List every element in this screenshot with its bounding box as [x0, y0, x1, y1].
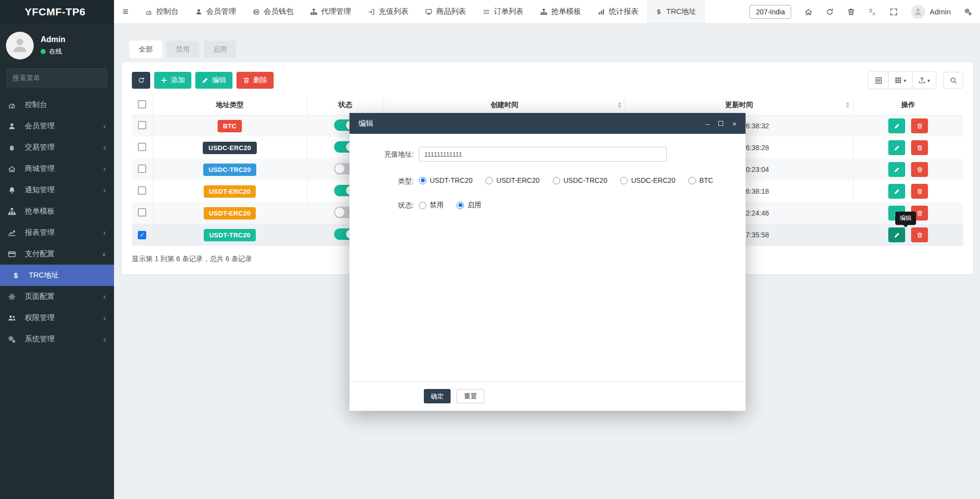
nav-item-dashboard[interactable]: 控制台: [137, 0, 187, 23]
bitcoin-icon: [8, 144, 20, 152]
row-checkbox[interactable]: [138, 143, 146, 151]
nav-item-label: TRC地址: [666, 7, 696, 16]
online-dot-icon: [41, 49, 46, 54]
row-checkbox[interactable]: [138, 121, 146, 129]
type-option-usdt-erc20[interactable]: USDT-ERC20: [485, 176, 539, 184]
maximize-icon[interactable]: [718, 121, 723, 126]
nav-item-stats-report[interactable]: 统计报表: [589, 0, 647, 23]
deposit-address-input[interactable]: [419, 147, 667, 162]
status-option-enabled[interactable]: 启用: [457, 201, 481, 210]
hamburger-menu-icon[interactable]: ≡: [114, 0, 137, 23]
nav-item-member-wallet[interactable]: 会员钱包: [244, 0, 302, 23]
fullscreen-icon[interactable]: [890, 8, 898, 16]
tab-enabled[interactable]: 启用: [204, 41, 236, 58]
dollar-icon: [655, 8, 662, 15]
reset-button[interactable]: 重置: [457, 389, 484, 403]
settings-gears-icon[interactable]: [964, 8, 972, 16]
sidebar-item-payment-config[interactable]: 支付配置 ∨: [0, 243, 114, 265]
refresh-icon[interactable]: [826, 8, 834, 16]
nav-item-product-list[interactable]: 商品列表: [417, 0, 474, 23]
sidebar-item-trc-address[interactable]: TRC地址: [0, 265, 114, 286]
modal-body: 充值地址: 类型: USDT-TRC20 USDT-ERC20 USDC-TRC…: [349, 134, 746, 210]
edit-modal: 编辑 – × 充值地址: 类型: USDT-TRC20 USDT-ERC20 U…: [349, 113, 746, 411]
chevron-icon: ∨: [102, 251, 106, 257]
monitor-icon: [425, 8, 432, 15]
row-checkbox[interactable]: ✓: [138, 231, 146, 239]
sidebar-item-order-grab-template[interactable]: 抢单模板: [0, 201, 114, 222]
sidebar-item-report-mgmt[interactable]: 报表管理 ‹: [0, 222, 114, 243]
chevron-icon: ‹: [103, 143, 106, 152]
address-type-badge: USDT-ERC20: [204, 185, 256, 198]
edit-button[interactable]: 编辑: [195, 72, 232, 89]
row-delete-button[interactable]: [911, 118, 928, 133]
trash-icon[interactable]: [847, 8, 855, 16]
region-button[interactable]: 207-India: [749, 5, 791, 19]
nav-item-grab-template[interactable]: 抢单模板: [532, 0, 589, 23]
sidebar-item-trade-mgmt[interactable]: 交易管理 ‹: [0, 137, 114, 158]
row-delete-button[interactable]: [911, 162, 928, 177]
nav-item-label: 抢单模板: [551, 7, 581, 16]
columns-button[interactable]: ▾: [888, 72, 912, 89]
sidebar-item-notice-mgmt[interactable]: 通知管理 ‹: [0, 179, 114, 201]
table-search-button[interactable]: [943, 72, 963, 89]
type-option-usdc-erc20[interactable]: USDC-ERC20: [620, 176, 675, 184]
status-radio-group: 禁用 启用: [419, 198, 481, 210]
sidebar-item-mall-mgmt[interactable]: 商城管理 ‹: [0, 158, 114, 179]
address-type-badge: BTC: [218, 120, 242, 132]
sidebar-item-dashboard[interactable]: 控制台: [0, 94, 114, 115]
modal-header[interactable]: 编辑 – ×: [349, 113, 746, 134]
close-icon[interactable]: ×: [732, 120, 737, 127]
nav-item-label: 商品列表: [436, 7, 466, 16]
nav-item-order-list[interactable]: 订单列表: [474, 0, 532, 23]
refresh-button[interactable]: [132, 72, 150, 89]
header-updated[interactable]: 更新时间: [625, 95, 853, 115]
type-option-usdt-trc20[interactable]: USDT-TRC20: [419, 176, 472, 184]
header-created[interactable]: 创建时间: [384, 95, 625, 115]
sidebar-item-label: 支付配置: [25, 249, 102, 259]
gears-icon: [8, 335, 20, 343]
row-edit-button[interactable]: [888, 118, 905, 133]
row-edit-button[interactable]: [888, 140, 905, 155]
row-checkbox[interactable]: [138, 208, 146, 217]
sidebar-item-member-mgmt[interactable]: 会员管理 ‹: [0, 115, 114, 137]
status-option-disabled[interactable]: 禁用: [419, 201, 444, 210]
row-delete-button[interactable]: [911, 227, 928, 242]
tab-disabled[interactable]: 禁用: [167, 41, 199, 58]
row-delete-button[interactable]: [911, 140, 928, 155]
delete-button[interactable]: 删除: [236, 72, 274, 89]
sidebar-item-permission-mgmt[interactable]: 权限管理 ‹: [0, 307, 114, 329]
confirm-button[interactable]: 确定: [424, 389, 451, 403]
nav-item-agent-mgmt[interactable]: 代理管理: [302, 0, 359, 23]
sidebar-item-system-mgmt[interactable]: 系统管理 ‹: [0, 329, 114, 350]
type-option-usdc-trc20[interactable]: USDC-TRC20: [553, 176, 608, 184]
tab-all[interactable]: 全部: [129, 41, 162, 58]
navbar-user[interactable]: Admin: [911, 5, 951, 19]
row-checkbox[interactable]: [138, 186, 146, 195]
nav-item-label: 会员管理: [206, 7, 236, 16]
select-all-checkbox[interactable]: [138, 100, 146, 109]
row-checkbox[interactable]: [138, 165, 146, 173]
home-icon[interactable]: [805, 8, 812, 16]
nav-item-deposit-list[interactable]: 充值列表: [359, 0, 417, 23]
sidebar-search-input[interactable]: [12, 74, 102, 82]
sidebar-item-label: 会员管理: [25, 121, 103, 131]
minimize-icon[interactable]: –: [705, 120, 709, 127]
type-option-btc[interactable]: BTC: [689, 176, 713, 184]
translate-icon[interactable]: [868, 8, 876, 16]
nav-item-member-mgmt[interactable]: 会员管理: [187, 0, 244, 23]
chevron-icon: ‹: [103, 122, 106, 130]
row-edit-button[interactable]: [888, 227, 905, 242]
modal-title: 编辑: [358, 119, 373, 128]
sidebar-item-page-config[interactable]: 页面配置 ‹: [0, 286, 114, 307]
add-button[interactable]: 添加: [154, 72, 191, 89]
row-edit-button[interactable]: [888, 162, 905, 177]
sidebar-item-label: TRC地址: [29, 271, 106, 280]
list-icon: [483, 8, 490, 15]
nav-item-trc-address[interactable]: TRC地址: [647, 0, 705, 23]
detail-view-button[interactable]: [868, 72, 888, 89]
header-actions: 操作: [853, 95, 963, 115]
row-edit-button[interactable]: [888, 184, 905, 199]
export-button[interactable]: ▾: [912, 72, 936, 89]
row-delete-button[interactable]: [911, 184, 928, 199]
navbar-right: 207-India Admin: [749, 0, 980, 23]
